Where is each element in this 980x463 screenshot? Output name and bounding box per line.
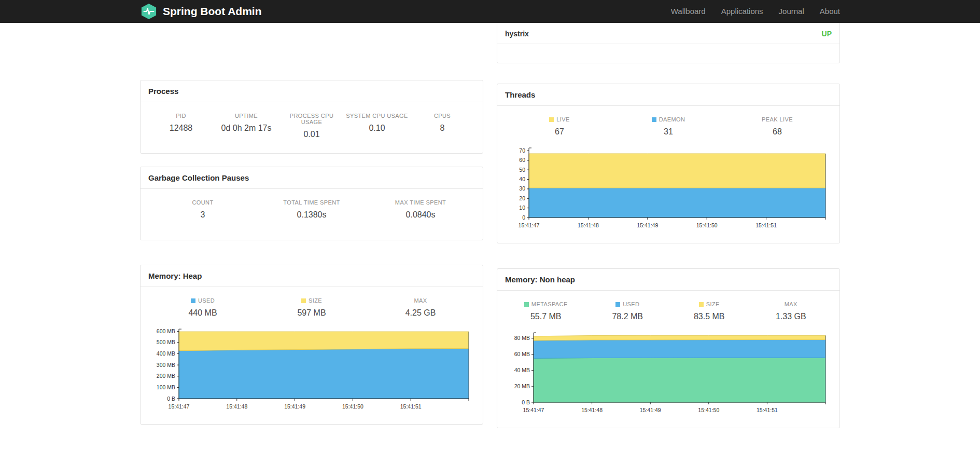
brand-link[interactable]: Spring Boot Admin	[140, 3, 262, 20]
heap-size-swatch	[301, 298, 306, 303]
threads-card: Threads LIVE 67	[497, 84, 840, 243]
legend-label: SIZE	[706, 301, 720, 307]
metric-value: 0.0840s	[366, 210, 475, 220]
nonheap-chart-svg: 0 B20 MB40 MB60 MB80 MB15:41:4715:41:481…	[505, 329, 832, 417]
metric-label: CPUS	[410, 113, 475, 119]
svg-text:30: 30	[519, 185, 525, 192]
legend-value: 68	[723, 127, 832, 137]
svg-text:15:41:47: 15:41:47	[519, 222, 540, 228]
legend-heap-max: MAX 4.25 GB	[366, 297, 475, 318]
svg-text:200 MB: 200 MB	[157, 373, 175, 379]
legend-value: 1.33 GB	[750, 312, 832, 321]
metric-label: MAX TIME SPENT	[366, 199, 475, 206]
nav-link-journal[interactable]: Journal	[779, 7, 804, 16]
nav-link-applications[interactable]: Applications	[721, 7, 763, 16]
memory-heap-card: Memory: Heap USED 440 MB	[140, 265, 483, 425]
svg-text:500 MB: 500 MB	[157, 339, 175, 345]
threads-live-swatch	[549, 117, 554, 122]
metric-value: 0.10	[344, 124, 410, 133]
metric-label: PROCESS CPU USAGE	[279, 113, 344, 125]
svg-text:15:41:47: 15:41:47	[523, 407, 544, 413]
navbar-links: Wallboard Applications Journal About	[671, 7, 840, 16]
svg-text:70: 70	[519, 147, 525, 154]
metric-label: UPTIME	[214, 113, 279, 119]
legend-label: MAX	[785, 301, 797, 307]
legend-threads-peak-live: PEAK LIVE 68	[723, 116, 832, 137]
legend-nonheap-used: USED 78.2 MB	[587, 301, 669, 321]
svg-text:15:41:49: 15:41:49	[640, 407, 661, 413]
heap-legend: USED 440 MB SIZE 597 MB	[148, 295, 475, 318]
metric-value: 3	[148, 210, 257, 220]
svg-text:40 MB: 40 MB	[514, 367, 530, 373]
svg-text:15:41:51: 15:41:51	[400, 403, 422, 410]
svg-text:80 MB: 80 MB	[514, 335, 530, 341]
top-navbar: Spring Boot Admin Wallboard Applications…	[0, 0, 980, 23]
metric-gc-max-time: MAX TIME SPENT 0.0840s	[366, 199, 475, 220]
health-service-name: hystrix	[505, 30, 529, 38]
heap-chart-svg: 0 B100 MB200 MB300 MB400 MB500 MB600 MB1…	[148, 325, 475, 413]
legend-value: 31	[614, 127, 723, 137]
legend-label: METASPACE	[531, 301, 568, 307]
legend-label: USED	[198, 297, 215, 304]
svg-text:0 B: 0 B	[167, 396, 175, 402]
legend-label: USED	[623, 301, 639, 307]
svg-text:15:41:51: 15:41:51	[755, 222, 777, 228]
legend-nonheap-metaspace: METASPACE 55.7 MB	[505, 301, 587, 321]
nonheap-used-swatch	[615, 302, 620, 307]
legend-label: MAX	[414, 297, 427, 304]
metric-system-cpu-usage: SYSTEM CPU USAGE 0.10	[344, 113, 410, 139]
metric-label: SYSTEM CPU USAGE	[344, 113, 410, 119]
svg-text:15:41:48: 15:41:48	[581, 407, 603, 413]
svg-text:15:41:50: 15:41:50	[698, 407, 719, 413]
svg-text:400 MB: 400 MB	[157, 350, 175, 357]
threads-daemon-swatch	[652, 117, 656, 122]
gc-metrics: COUNT 3 TOTAL TIME SPENT 0.1380s MAX TIM…	[148, 197, 475, 220]
legend-value: 83.5 MB	[668, 312, 750, 321]
metric-uptime: UPTIME 0d 0h 2m 17s	[214, 113, 279, 139]
metric-pid: PID 12488	[148, 113, 214, 139]
metric-label: COUNT	[148, 199, 257, 206]
legend-nonheap-max: MAX 1.33 GB	[750, 301, 832, 321]
memory-nonheap-chart: 0 B20 MB40 MB60 MB80 MB15:41:4715:41:481…	[505, 329, 832, 417]
metric-value: 0.1380s	[257, 210, 366, 220]
nonheap-metaspace-swatch	[524, 302, 529, 307]
brand-title: Spring Boot Admin	[163, 5, 262, 18]
gc-pauses-card: Garbage Collection Pauses COUNT 3 TOTAL …	[140, 167, 483, 240]
svg-text:15:41:48: 15:41:48	[226, 403, 247, 410]
nonheap-card-title: Memory: Non heap	[497, 269, 839, 291]
threads-card-title: Threads	[497, 84, 839, 106]
nav-link-about[interactable]: About	[820, 7, 840, 16]
nonheap-size-swatch	[699, 302, 704, 307]
metric-process-cpu-usage: PROCESS CPU USAGE 0.01	[279, 113, 344, 139]
legend-value: 67	[505, 127, 614, 137]
legend-value: 440 MB	[148, 308, 257, 318]
process-card: Process PID 12488 UPTIME 0d 0h 2m 17s PR…	[140, 80, 483, 154]
svg-text:40: 40	[519, 176, 525, 182]
gc-card-title: Garbage Collection Pauses	[141, 167, 483, 189]
legend-label: DAEMON	[659, 116, 685, 122]
legend-threads-live: LIVE 67	[505, 116, 614, 137]
process-metrics: PID 12488 UPTIME 0d 0h 2m 17s PROCESS CP…	[148, 111, 475, 139]
metric-value: 0d 0h 2m 17s	[214, 124, 279, 133]
legend-value: 597 MB	[257, 308, 366, 318]
legend-label: SIZE	[309, 297, 322, 304]
svg-text:0 B: 0 B	[522, 399, 530, 405]
metric-gc-count: COUNT 3	[148, 199, 257, 220]
threads-chart-svg: 01020304050607015:41:4715:41:4815:41:491…	[505, 144, 832, 232]
svg-text:15:41:50: 15:41:50	[696, 222, 718, 228]
spring-boot-admin-logo-icon	[140, 3, 158, 20]
heap-used-swatch	[191, 298, 195, 303]
navbar-inner: Spring Boot Admin Wallboard Applications…	[140, 0, 840, 23]
page-content: Process PID 12488 UPTIME 0d 0h 2m 17s PR…	[140, 23, 840, 428]
metric-cpus: CPUS 8	[410, 113, 475, 139]
legend-value: 78.2 MB	[587, 312, 669, 321]
svg-text:50: 50	[519, 167, 525, 173]
svg-text:15:41:49: 15:41:49	[284, 403, 305, 410]
metric-label: PID	[148, 113, 214, 119]
legend-value: 55.7 MB	[505, 312, 587, 321]
svg-text:300 MB: 300 MB	[157, 362, 175, 368]
nav-link-wallboard[interactable]: Wallboard	[671, 7, 706, 16]
svg-text:20: 20	[519, 195, 525, 201]
health-status-badge: UP	[822, 30, 832, 38]
metric-value: 12488	[148, 124, 214, 133]
